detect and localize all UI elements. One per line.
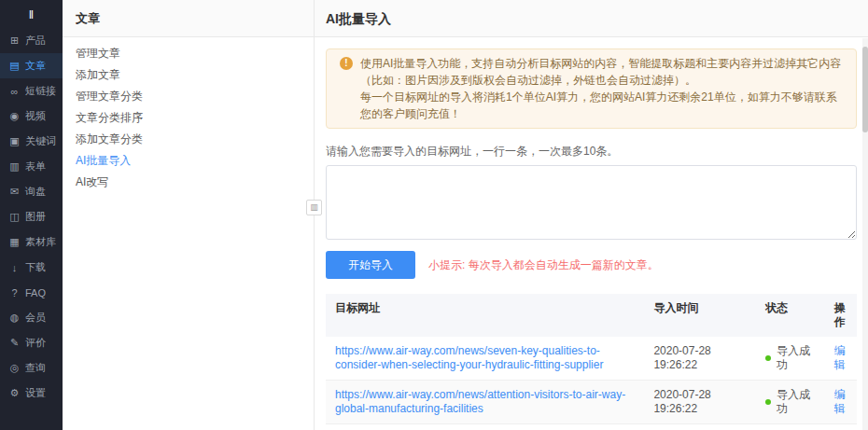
sidebar-item-icon: ▥ <box>8 160 21 173</box>
sidebar-item[interactable]: ✉ 询盘 <box>0 179 63 204</box>
status-text: 导入成功 <box>777 388 816 416</box>
header-status: 状态 <box>756 294 825 337</box>
submenu-item-label: 添加文章分类 <box>76 132 143 146</box>
main-content: AI批量导入 ! 使用AI批量导入功能，支持自动分析目标网站的内容，智能提取标题… <box>315 0 868 430</box>
url-cell: https://www.air-way.com/news/seven-key-q… <box>326 337 644 380</box>
header-action: 操作 <box>825 294 857 337</box>
submenu-item-label: 文章分类排序 <box>76 111 143 124</box>
sidebar-item-label: 文章 <box>25 59 46 73</box>
submenu-item-label: AI批量导入 <box>76 154 131 167</box>
warning-notice: ! 使用AI批量导入功能，支持自动分析目标网站的内容，智能提取标题和主要内容并过… <box>326 49 857 129</box>
warning-line-2: 每一个目标网址的导入将消耗1个单位AI算力，您的网站AI算力还剩余21单位，如算… <box>360 89 843 122</box>
submenu-item-label: 管理文章 <box>76 47 120 60</box>
sidebar-item-label: 设置 <box>25 386 46 400</box>
import-time: 2020-07-28 19:26:22 <box>644 337 755 380</box>
sidebar-item-label: 查询 <box>25 361 46 375</box>
action-row: 开始导入 小提示: 每次导入都会自动生成一篇新的文章。 <box>326 251 857 279</box>
sidebar-item[interactable]: ✎ 评价 <box>0 330 63 355</box>
status-text: 导入成功 <box>777 344 816 372</box>
table-row: https://www.air-way.com/news/seven-key-q… <box>326 337 857 381</box>
submenu-title: 文章 <box>63 0 314 37</box>
scrollbar-thumb[interactable] <box>862 47 868 132</box>
sidebar-item-icon: ? <box>8 287 21 298</box>
url-textarea[interactable] <box>326 165 857 240</box>
sidebar-item-label: 短链接 <box>25 84 56 98</box>
sidebar-item-icon: ▣ <box>8 135 21 147</box>
sidebar-item[interactable]: ? FAQ <box>0 280 63 305</box>
page-body: ! 使用AI批量导入功能，支持自动分析目标网站的内容，智能提取标题和主要内容并过… <box>315 37 868 430</box>
sidebar-item[interactable]: ◫ 图册 <box>0 204 63 229</box>
submenu-item[interactable]: AI批量导入 <box>63 150 314 172</box>
sidebar-item-icon: ⚙ <box>8 387 21 399</box>
sidebar-item-label: 素材库 <box>25 235 56 249</box>
submenu-item-label: 添加文章 <box>76 68 120 81</box>
sidebar-item-label: 下载 <box>25 260 46 274</box>
submenu-list: 管理文章 添加文章 管理文章分类 文章分类排序 添加文章分类 AI批量导入 AI… <box>63 37 314 193</box>
import-time: 2020-07-28 19:26:22 <box>644 381 755 423</box>
sidebar-item-icon: ◍ <box>8 312 21 324</box>
sidebar-item[interactable]: ▣ 关键词 <box>0 129 63 154</box>
sidebar-item-icon: ∞ <box>8 86 21 97</box>
submenu-item[interactable]: 文章分类排序 <box>63 107 314 129</box>
sidebar-item-label: 图册 <box>25 210 46 224</box>
header-import-time: 导入时间 <box>644 294 755 337</box>
table-header-row: 目标网址 导入时间 状态 操作 <box>326 294 857 337</box>
submenu-item-label: 管理文章分类 <box>76 90 143 103</box>
sidebar-item[interactable]: ▦ 素材库 <box>0 229 63 255</box>
table-row: https://www.air-way.com/news/attention-v… <box>326 381 857 424</box>
edit-link[interactable]: 编辑 <box>834 344 846 371</box>
sidebar-item-icon: ⊞ <box>8 35 21 47</box>
url-cell: https://www.air-way.com/news/company-vid… <box>326 424 644 430</box>
target-url-link[interactable]: https://www.air-way.com/news/seven-key-q… <box>335 344 635 372</box>
submenu-item[interactable]: AI改写 <box>63 172 314 193</box>
sidebar-item[interactable]: ∞ 短链接 <box>0 78 63 104</box>
sidebar-item-label: 关键词 <box>25 134 56 148</box>
sidebar-item[interactable]: ◉ 视频 <box>0 104 63 129</box>
edit-link[interactable]: 编辑 <box>834 388 846 415</box>
url-cell: https://www.air-way.com/news/attention-v… <box>326 381 644 423</box>
status-cell: 导入成功 <box>756 381 825 423</box>
sidebar-item-label: 询盘 <box>25 185 46 199</box>
sidebar-item[interactable]: ↓ 下载 <box>0 255 63 280</box>
sidebar-item-icon: ▤ <box>8 60 21 72</box>
sidebar-item-icon: ✎ <box>8 337 21 349</box>
start-import-button[interactable]: 开始导入 <box>326 251 415 279</box>
import-time: 2020-07-28 19:26:22 <box>644 424 755 430</box>
status-dot-icon <box>765 399 771 405</box>
sidebar-item-label: 评价 <box>25 336 46 350</box>
sidebar-item-label: 产品 <box>25 34 46 48</box>
sidebar-item[interactable]: ◍ 会员 <box>0 305 63 330</box>
sidebar-item[interactable]: ⚙ 设置 <box>0 381 63 406</box>
status-cell: 导入成功 <box>756 337 825 380</box>
input-hint: 请输入您需要导入的目标网址，一行一条，一次最多10条。 <box>326 144 857 160</box>
submenu-panel: 文章 管理文章 添加文章 管理文章分类 文章分类排序 添加文章分类 AI批量导入… <box>63 0 315 430</box>
sidebar-item[interactable]: ◎ 查询 <box>0 355 63 381</box>
sidebar-item-label: FAQ <box>25 287 46 298</box>
submenu-item[interactable]: 管理文章分类 <box>63 86 314 107</box>
sidebar-item[interactable]: ▥ 表单 <box>0 154 63 179</box>
action-cell: 编辑 <box>825 424 857 430</box>
sidebar-item-icon: ✉ <box>8 186 21 198</box>
action-cell: 编辑 <box>825 337 857 380</box>
sidebar-item[interactable]: ▤ 文章 <box>0 53 63 78</box>
header-target-url: 目标网址 <box>326 294 644 337</box>
collapse-panel-icon[interactable]: ▥ <box>306 200 322 215</box>
main-sidebar: ‖ ⊞ 产品 ▤ 文章 ∞ 短链接 ◉ 视频 ▣ 关键词 ▥ 表单 ✉ 询盘 ◫… <box>0 0 63 430</box>
submenu-item[interactable]: 添加文章分类 <box>63 129 314 150</box>
target-url-link[interactable]: https://www.air-way.com/news/attention-v… <box>335 388 635 416</box>
submenu-item[interactable]: 管理文章 <box>63 43 314 64</box>
warning-text: 使用AI批量导入功能，支持自动分析目标网站的内容，智能提取标题和主要内容并过滤掉… <box>360 55 843 122</box>
page-title: AI批量导入 <box>315 0 868 37</box>
sidebar-item-label: 表单 <box>25 160 46 173</box>
table-row: https://www.air-way.com/news/company-vid… <box>326 424 857 430</box>
sidebar-item-icon: ▦ <box>8 236 21 248</box>
sidebar-item-label: 会员 <box>25 311 46 325</box>
sidebar-item-label: 视频 <box>25 109 46 123</box>
sidebar-item-icon: ◎ <box>8 362 21 374</box>
submenu-item[interactable]: 添加文章 <box>63 64 314 86</box>
import-table: 目标网址 导入时间 状态 操作 https://www.air-way.com/… <box>326 294 857 430</box>
sidebar-item[interactable]: ⊞ 产品 <box>0 28 63 53</box>
status-cell: 导入成功 <box>756 424 825 430</box>
sidebar-item-icon: ◉ <box>8 110 21 122</box>
sidebar-item-icon: ↓ <box>8 262 21 273</box>
